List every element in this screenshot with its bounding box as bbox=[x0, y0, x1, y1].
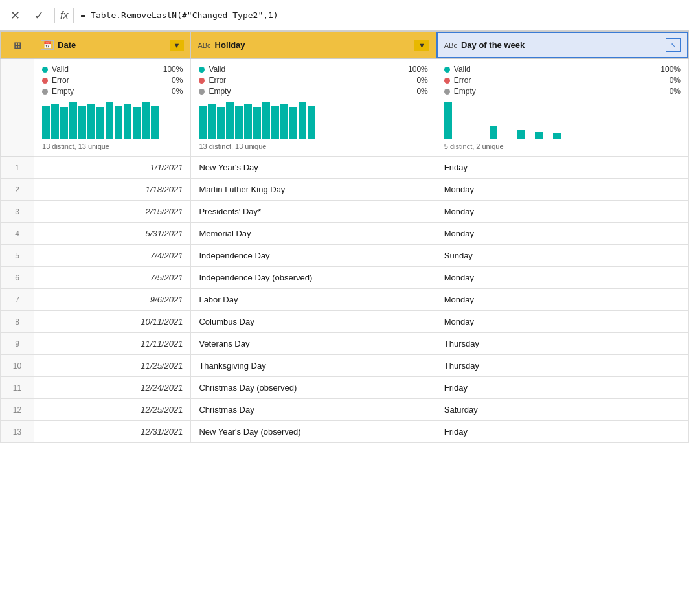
col-header-holiday: ABc Holiday ▼ bbox=[191, 32, 436, 59]
dow-cell: Thursday bbox=[436, 355, 688, 377]
table-row: 79/6/2021Labor DayMonday bbox=[1, 289, 689, 311]
date-valid-pct: 100% bbox=[163, 65, 183, 74]
holiday-empty-pct: 0% bbox=[416, 87, 427, 96]
row-number: 4 bbox=[1, 223, 34, 245]
holiday-cell: Christmas Day (observed) bbox=[191, 377, 436, 399]
table-row: 810/11/2021Columbus DayMonday bbox=[1, 311, 689, 333]
holiday-valid-label: Valid bbox=[209, 65, 225, 74]
dow-valid-pct: 100% bbox=[661, 65, 681, 74]
dow-cell: Monday bbox=[436, 223, 688, 245]
date-empty-dot bbox=[42, 89, 48, 95]
holiday-cell: Christmas Day bbox=[191, 399, 436, 421]
date-cell: 9/6/2021 bbox=[34, 289, 191, 311]
holiday-cell: Veterans Day bbox=[191, 333, 436, 355]
dow-error-dot bbox=[444, 78, 450, 84]
col-holiday-label: Holiday bbox=[215, 40, 245, 50]
dow-cell: Monday bbox=[436, 289, 688, 311]
date-error-label: Error bbox=[52, 76, 69, 85]
check-icon[interactable]: ✓ bbox=[30, 7, 48, 24]
dow-type-icon: ABc bbox=[444, 41, 457, 49]
date-cell: 12/24/2021 bbox=[34, 377, 191, 399]
table-row: 21/18/2021Martin Luther King DayMonday bbox=[1, 179, 689, 201]
table-row: 1312/31/2021New Year's Day (observed)Fri… bbox=[1, 421, 689, 443]
holiday-empty-dot bbox=[199, 89, 205, 95]
row-number: 9 bbox=[1, 333, 34, 355]
row-number: 5 bbox=[1, 245, 34, 267]
table-row: 57/4/2021Independence DaySunday bbox=[1, 245, 689, 267]
date-type-icon: 📅 bbox=[41, 40, 54, 50]
dow-error-label: Error bbox=[454, 76, 471, 85]
date-cell: 12/25/2021 bbox=[34, 399, 191, 421]
row-number: 6 bbox=[1, 267, 34, 289]
formula-bar: ✕ ✓ fx bbox=[0, 0, 689, 31]
date-cell: 2/15/2021 bbox=[34, 201, 191, 223]
dow-empty-dot bbox=[444, 89, 450, 95]
holiday-cell: Martin Luther King Day bbox=[191, 179, 436, 201]
date-valid-label: Valid bbox=[52, 65, 69, 74]
col-holiday-filter-btn[interactable]: ▼ bbox=[414, 40, 429, 51]
row-number: 12 bbox=[1, 399, 34, 421]
dow-cell: Friday bbox=[436, 421, 688, 443]
row-number: 10 bbox=[1, 355, 34, 377]
date-error-dot bbox=[42, 78, 48, 84]
close-icon[interactable]: ✕ bbox=[6, 7, 24, 24]
table-row: 1011/25/2021Thanksgiving DayThursday bbox=[1, 355, 689, 377]
dow-cell: Friday bbox=[436, 377, 688, 399]
formula-input[interactable] bbox=[80, 10, 683, 20]
row-number: 1 bbox=[1, 157, 34, 179]
col-dow-label: Day of the week bbox=[461, 40, 525, 50]
date-valid-dot bbox=[42, 67, 48, 73]
dow-mini-chart bbox=[444, 101, 681, 140]
date-cell: 5/31/2021 bbox=[34, 223, 191, 245]
holiday-cell: Independence Day bbox=[191, 245, 436, 267]
data-body: 11/1/2021New Year's DayFriday21/18/2021M… bbox=[1, 157, 689, 443]
holiday-cell: Columbus Day bbox=[191, 311, 436, 333]
date-cell: 10/11/2021 bbox=[34, 311, 191, 333]
fx-label: fx bbox=[54, 8, 74, 23]
table-row: 11/1/2021New Year's DayFriday bbox=[1, 157, 689, 179]
table-row: 45/31/2021Memorial DayMonday bbox=[1, 223, 689, 245]
holiday-valid-pct: 100% bbox=[408, 65, 428, 74]
holiday-stats-cell: Valid 100% Error 0% Empty 0% 13 distin bbox=[191, 59, 436, 157]
corner-cell: ⊞ bbox=[1, 32, 34, 59]
holiday-cell: New Year's Day bbox=[191, 157, 436, 179]
col-header-dow: ABc Day of the week ↖ bbox=[436, 32, 688, 59]
dow-stats-cell: Valid 100% Error 0% Empty 0% 5 distinc bbox=[436, 59, 688, 157]
holiday-valid-dot bbox=[199, 67, 205, 73]
date-cell: 11/25/2021 bbox=[34, 355, 191, 377]
holiday-chart-caption: 13 distinct, 13 unique bbox=[199, 143, 427, 150]
col-date-filter-btn[interactable]: ▼ bbox=[170, 40, 185, 51]
date-mini-chart bbox=[42, 101, 183, 140]
date-cell: 7/4/2021 bbox=[34, 245, 191, 267]
col-date-label: Date bbox=[58, 40, 76, 50]
dow-cell: Thursday bbox=[436, 333, 688, 355]
holiday-error-pct: 0% bbox=[416, 76, 427, 85]
holiday-error-dot bbox=[199, 78, 205, 84]
dow-error-pct: 0% bbox=[670, 76, 681, 85]
holiday-cell: Memorial Day bbox=[191, 223, 436, 245]
date-cell: 1/1/2021 bbox=[34, 157, 191, 179]
date-cell: 1/18/2021 bbox=[34, 179, 191, 201]
table-row: 911/11/2021Veterans DayThursday bbox=[1, 333, 689, 355]
dow-cell: Monday bbox=[436, 179, 688, 201]
row-number: 13 bbox=[1, 421, 34, 443]
dow-valid-label: Valid bbox=[454, 65, 471, 74]
holiday-cell: Presidents' Day* bbox=[191, 201, 436, 223]
table-row: 1212/25/2021Christmas DaySaturday bbox=[1, 399, 689, 421]
dow-cell: Monday bbox=[436, 311, 688, 333]
row-number: 2 bbox=[1, 179, 34, 201]
dow-chart-caption: 5 distinct, 2 unique bbox=[444, 143, 681, 150]
date-cell: 11/11/2021 bbox=[34, 333, 191, 355]
dow-empty-pct: 0% bbox=[670, 87, 681, 96]
holiday-cell: New Year's Day (observed) bbox=[191, 421, 436, 443]
holiday-empty-label: Empty bbox=[209, 87, 231, 96]
row-number: 3 bbox=[1, 201, 34, 223]
date-error-pct: 0% bbox=[172, 76, 183, 85]
holiday-type-icon: ABc bbox=[198, 41, 210, 49]
table-row: 1112/24/2021Christmas Day (observed)Frid… bbox=[1, 377, 689, 399]
col-dow-filter-btn[interactable]: ↖ bbox=[666, 38, 681, 52]
column-header-row: ⊞ 📅 Date ▼ ABc bbox=[1, 32, 689, 59]
row-number: 7 bbox=[1, 289, 34, 311]
date-chart-caption: 13 distinct, 13 unique bbox=[42, 143, 183, 150]
col-header-date: 📅 Date ▼ bbox=[34, 32, 191, 59]
